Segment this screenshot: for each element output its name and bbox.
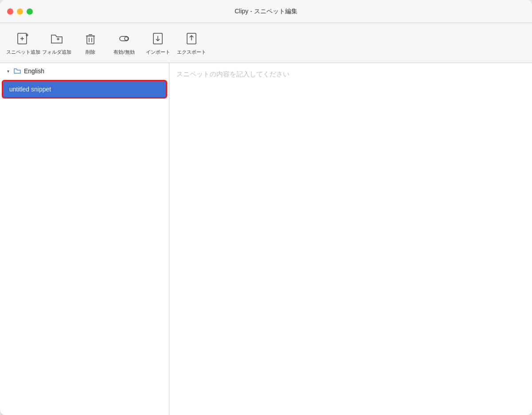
delete-button[interactable]: 削除	[74, 27, 106, 59]
svg-point-13	[125, 37, 128, 40]
svg-rect-7	[87, 36, 94, 44]
snippet-item[interactable]: untitled snippet	[2, 80, 167, 99]
toggle-label: 有効/無効	[113, 49, 134, 55]
app-window: Clipy - スニペット編集 スニペット追加	[0, 0, 532, 415]
folder-row[interactable]: ▾ English	[0, 63, 169, 79]
toggle-icon	[116, 30, 133, 47]
editor-placeholder: スニペットの内容を記入してください	[176, 70, 525, 79]
add-folder-icon	[48, 30, 65, 47]
add-snippet-icon	[15, 30, 31, 47]
delete-label: 削除	[86, 49, 95, 55]
add-snippet-label: スニペット追加	[6, 49, 40, 55]
right-panel[interactable]: スニペットの内容を記入してください	[169, 63, 532, 415]
folder-icon	[13, 67, 21, 75]
window-title: Clipy - スニペット編集	[235, 8, 297, 16]
add-snippet-button[interactable]: スニペット追加	[7, 27, 39, 59]
export-icon	[183, 30, 200, 47]
close-button[interactable]	[7, 8, 13, 15]
delete-icon	[82, 30, 99, 47]
title-bar: Clipy - スニペット編集	[0, 0, 532, 23]
main-content: ▾ English untitled snippet スニペットの内容を記入して…	[0, 63, 532, 415]
add-folder-button[interactable]: フォルダ追加	[41, 27, 73, 59]
toggle-button[interactable]: 有効/無効	[108, 27, 140, 59]
minimize-button[interactable]	[17, 8, 23, 15]
traffic-lights	[7, 8, 33, 15]
folder-name: English	[24, 67, 44, 75]
import-button[interactable]: インポート	[142, 27, 174, 59]
snippet-name: untitled snippet	[9, 86, 51, 93]
left-panel: ▾ English untitled snippet	[0, 63, 169, 415]
import-icon	[149, 30, 166, 47]
toolbar: スニペット追加 フォルダ追加	[0, 23, 532, 63]
import-label: インポート	[146, 49, 170, 55]
add-folder-label: フォルダ追加	[42, 49, 71, 55]
export-button[interactable]: エクスポート	[176, 27, 207, 59]
export-label: エクスポート	[177, 49, 206, 55]
maximize-button[interactable]	[27, 8, 33, 15]
chevron-down-icon: ▾	[5, 68, 11, 74]
